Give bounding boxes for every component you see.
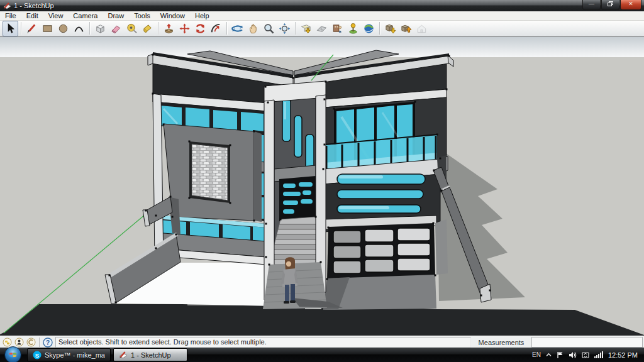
rectangle-tool-button[interactable] xyxy=(40,21,55,36)
toolbar-separator xyxy=(379,22,380,35)
taskbar-button-skype[interactable]: S Skype™ - mike_mac... xyxy=(27,348,111,361)
zoom-tool-button[interactable] xyxy=(261,21,277,36)
photo-textures-button[interactable] xyxy=(330,21,345,36)
title-bar: 1 - SketchUp — ✕ xyxy=(0,0,644,11)
menu-tools[interactable]: Tools xyxy=(129,11,155,20)
menu-edit[interactable]: Edit xyxy=(21,11,43,20)
system-tray: EN 12:52 PM xyxy=(532,351,644,359)
windows-update-tray-icon[interactable] xyxy=(582,351,589,359)
orbit-tool-button[interactable] xyxy=(230,21,245,36)
status-bar: ? Select objects. Shift to extend select… xyxy=(0,336,644,348)
get-current-view-button[interactable] xyxy=(298,21,314,36)
push-pull-tool-button[interactable] xyxy=(161,21,177,36)
toggle-terrain-button[interactable] xyxy=(314,21,330,36)
volume-icon[interactable] xyxy=(569,351,577,359)
arc-tool-button[interactable] xyxy=(71,21,87,36)
model-viewport[interactable] xyxy=(0,36,644,336)
taskbar-button-sketchup[interactable]: 1 - SketchUp xyxy=(113,348,187,361)
toolbar xyxy=(0,21,644,36)
minimize-button[interactable]: — xyxy=(582,0,601,10)
toolbar-separator xyxy=(295,22,296,35)
menu-view[interactable]: View xyxy=(43,11,69,20)
action-center-flag-icon[interactable] xyxy=(557,351,564,359)
credits-icon[interactable] xyxy=(26,337,36,347)
menu-file[interactable]: File xyxy=(0,11,21,20)
share-model-button[interactable] xyxy=(398,21,414,36)
add-new-building-button[interactable] xyxy=(345,21,361,36)
circle-tool-button[interactable] xyxy=(55,21,71,36)
toolbar-separator xyxy=(89,22,90,35)
measurements-input[interactable] xyxy=(531,337,643,348)
menu-window[interactable]: Window xyxy=(155,11,190,20)
eraser-tool-button[interactable] xyxy=(108,21,124,36)
language-indicator[interactable]: EN xyxy=(532,351,541,358)
taskbar-button-label: 1 - SketchUp xyxy=(131,351,171,359)
attribution-icon[interactable] xyxy=(14,337,24,347)
zoom-extents-button[interactable] xyxy=(277,21,292,36)
line-tool-button[interactable] xyxy=(24,21,40,36)
select-tool-button[interactable] xyxy=(3,21,18,36)
sketchup-app-icon xyxy=(3,2,11,10)
window-title: 1 - SketchUp xyxy=(14,2,54,9)
toolbar-separator xyxy=(226,22,227,35)
tape-measure-tool-button[interactable] xyxy=(124,21,140,36)
start-button[interactable] xyxy=(4,346,21,362)
svg-text:S: S xyxy=(35,351,39,358)
warehouse-house-button[interactable] xyxy=(414,21,430,36)
offset-tool-button[interactable] xyxy=(208,21,224,36)
measurements-label: Measurements xyxy=(471,339,531,346)
google-earth-button[interactable] xyxy=(361,21,377,36)
status-separator xyxy=(39,337,40,347)
network-signal-icon[interactable] xyxy=(594,351,603,358)
get-models-button[interactable] xyxy=(382,21,398,36)
paint-bucket-tool-button[interactable] xyxy=(140,21,155,36)
toolbar-separator xyxy=(21,22,21,35)
restore-button[interactable] xyxy=(601,0,619,10)
taskbar-button-label: Skype™ - mike_mac... xyxy=(45,351,105,359)
menu-camera[interactable]: Camera xyxy=(68,11,103,20)
pan-tool-button[interactable] xyxy=(245,21,261,36)
geolocation-icon[interactable] xyxy=(3,337,12,347)
status-help-text: Select objects. Shift to extend select. … xyxy=(55,337,471,348)
clock[interactable]: 12:52 PM xyxy=(608,351,638,359)
close-button[interactable]: ✕ xyxy=(620,0,641,10)
show-hidden-icons-chevron[interactable] xyxy=(546,353,552,358)
toolbar-separator xyxy=(158,22,158,35)
taskbar: S Skype™ - mike_mac... 1 - SketchUp EN 1… xyxy=(0,348,644,362)
rotate-tool-button[interactable] xyxy=(192,21,208,36)
svg-text:?: ? xyxy=(46,339,50,346)
move-tool-button[interactable] xyxy=(177,21,192,36)
help-icon[interactable]: ? xyxy=(43,337,53,348)
menu-bar: File Edit View Camera Draw Tools Window … xyxy=(0,11,644,21)
make-component-button[interactable] xyxy=(92,21,108,36)
model-canvas xyxy=(0,37,644,336)
menu-draw[interactable]: Draw xyxy=(103,11,129,20)
menu-help[interactable]: Help xyxy=(190,11,214,20)
